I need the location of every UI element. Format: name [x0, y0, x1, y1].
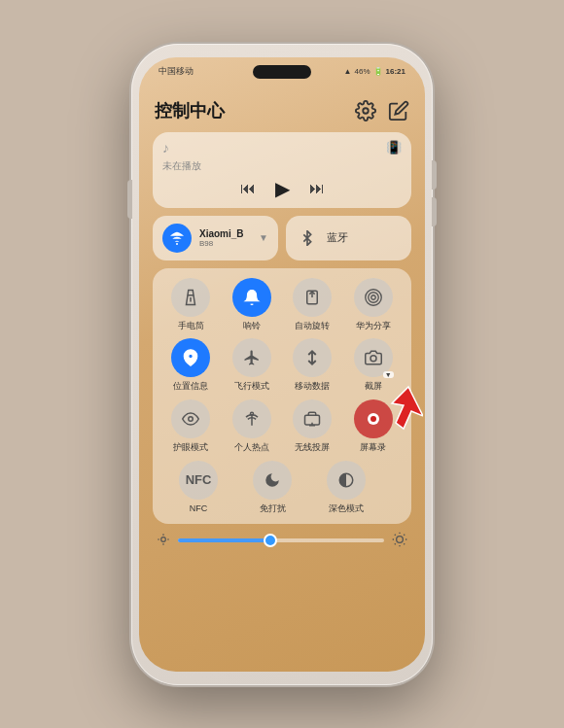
toggles-row-3: 护眼模式 个人热点 [160, 399, 404, 453]
eye-care-icon [171, 399, 210, 438]
svg-line-32 [404, 535, 405, 536]
toggle-flashlight[interactable]: 手电筒 [162, 278, 219, 331]
play-button[interactable]: ▶ [275, 177, 290, 200]
mobile-data-icon [293, 338, 332, 377]
location-label: 位置信息 [173, 381, 208, 392]
huawei-share-icon [354, 278, 393, 317]
wifi-arrow-icon: ▼ [259, 232, 268, 243]
battery-percent: 46% [355, 67, 370, 76]
phone-screen: 中国移动 令 4G ▲ 46% 🔋 16:21 控制中心 [139, 57, 425, 672]
svg-line-31 [395, 543, 396, 544]
edit-icon[interactable] [388, 100, 409, 121]
svg-marker-18 [392, 387, 423, 429]
toggle-ring[interactable]: 响铃 [224, 278, 280, 331]
camera-notch [253, 65, 311, 79]
svg-point-4 [371, 295, 376, 299]
flashlight-label: 手电筒 [178, 321, 204, 331]
toggle-airplane[interactable]: 飞行模式 [224, 338, 280, 392]
bluetooth-icon [296, 226, 319, 250]
volume-up-button[interactable] [432, 160, 437, 190]
battery-icon: 🔋 [373, 67, 383, 76]
bluetooth-card[interactable]: 蓝牙 [286, 216, 411, 260]
power-button[interactable] [127, 180, 132, 219]
eye-care-label: 护眼模式 [173, 442, 208, 453]
status-right: ▲ 46% 🔋 16:21 [344, 67, 405, 76]
cc-title: 控制中心 [155, 99, 225, 122]
nfc-label: NFC [190, 503, 208, 514]
screen-record-label: 屏幕录 [360, 442, 386, 453]
no-disturb-label: 免打扰 [260, 503, 286, 514]
svg-line-27 [395, 535, 396, 536]
airplane-label: 飞行模式 [234, 381, 269, 392]
hotspot-icon [232, 399, 271, 438]
rotate-icon [293, 278, 332, 317]
media-controls[interactable]: ⏮ ▶ ⏭ [162, 177, 402, 200]
toggle-huawei-share[interactable]: 华为分享 [345, 278, 402, 331]
ring-icon [232, 278, 271, 317]
nfc-icon: NFC [179, 461, 218, 500]
svg-point-10 [189, 417, 194, 422]
toggle-no-disturb[interactable]: 免打扰 [244, 461, 300, 514]
wireless-proj-icon [293, 399, 332, 438]
toggle-wireless-proj[interactable]: 无线投屏 [284, 399, 340, 453]
svg-point-24 [397, 536, 404, 542]
settings-icon[interactable] [355, 100, 376, 121]
brightness-thumb[interactable] [264, 534, 277, 547]
svg-point-1 [176, 243, 178, 245]
wireless-proj-label: 无线投屏 [295, 442, 330, 453]
toggle-eye-care[interactable]: 护眼模式 [162, 399, 219, 453]
rotate-label: 自动旋转 [295, 321, 330, 331]
brightness-track[interactable] [178, 538, 384, 542]
brightness-high-icon [392, 532, 407, 550]
cc-header-icons [355, 100, 409, 121]
wifi-card[interactable]: Xiaomi_B B98 ▼ [153, 216, 278, 260]
time-display: 16:21 [386, 67, 405, 76]
toggles-row-4: NFC NFC 免打扰 [160, 461, 404, 514]
svg-point-9 [370, 356, 376, 362]
screenshot-icon: ▼ [354, 338, 393, 377]
svg-point-7 [189, 355, 194, 360]
toggle-dark-mode[interactable]: 深色模式 [318, 461, 374, 514]
control-center: 控制中心 ♪ 📳 未在播放 [139, 89, 425, 560]
toggle-rotate[interactable]: 自动旋转 [284, 278, 340, 331]
toggles-card: 手电筒 响铃 [153, 268, 411, 524]
carrier-text: 中国移动 [159, 65, 194, 78]
airplane-icon [232, 338, 271, 377]
svg-point-0 [363, 108, 369, 114]
hotspot-label: 个人热点 [234, 442, 269, 453]
mobile-data-label: 移动数据 [295, 381, 330, 392]
phone-frame: 中国移动 令 4G ▲ 46% 🔋 16:21 控制中心 [131, 44, 433, 685]
next-button[interactable]: ⏭ [309, 180, 325, 197]
toggle-hotspot[interactable]: 个人热点 [224, 399, 280, 453]
connectivity-row: Xiaomi_B B98 ▼ 蓝牙 [153, 216, 411, 260]
prev-button[interactable]: ⏮ [240, 180, 256, 197]
wifi-info: Xiaomi_B B98 [199, 228, 251, 248]
toggle-mobile-data[interactable]: 移动数据 [284, 338, 340, 392]
battery-arrow: ▲ [344, 67, 352, 76]
dark-mode-icon [327, 461, 366, 500]
no-disturb-icon [253, 461, 292, 500]
dark-mode-label: 深色模式 [329, 503, 364, 514]
flashlight-icon [171, 278, 210, 317]
cc-header: 控制中心 [153, 99, 411, 122]
huawei-share-label: 华为分享 [356, 321, 391, 331]
toggle-screen-record[interactable]: 屏幕录 [345, 399, 402, 453]
volume-down-button[interactable] [432, 197, 437, 226]
toggle-location[interactable]: 位置信息 [162, 338, 219, 392]
location-icon [171, 338, 210, 377]
vibration-icon: 📳 [386, 140, 402, 155]
media-player-card: ♪ 📳 未在播放 ⏮ ▶ ⏭ [153, 132, 411, 208]
toggle-nfc[interactable]: NFC NFC [170, 461, 227, 514]
bluetooth-label: 蓝牙 [327, 230, 348, 245]
wifi-icon [162, 224, 192, 253]
toggles-row-1: 手电筒 响铃 [160, 278, 404, 331]
toggles-row-2: 位置信息 飞行模式 [160, 338, 404, 392]
cursor-arrow [374, 382, 423, 431]
brightness-fill [178, 538, 270, 542]
wifi-name: Xiaomi_B [199, 228, 251, 239]
svg-line-28 [404, 543, 405, 544]
media-status: 未在播放 [162, 159, 402, 173]
music-icon: ♪ [162, 140, 169, 156]
brightness-row [153, 532, 411, 550]
svg-point-19 [161, 537, 166, 541]
